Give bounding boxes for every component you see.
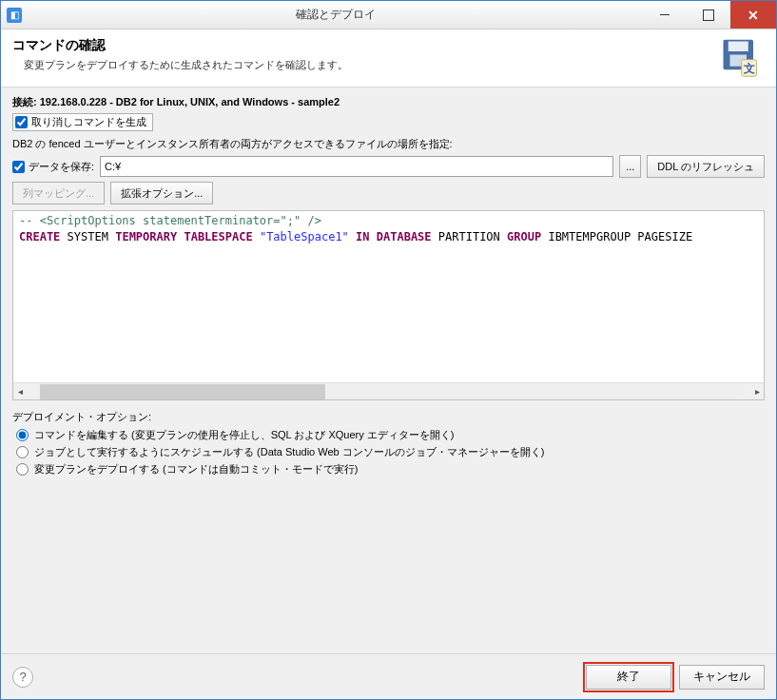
connection-value: 192.168.0.228 - DB2 for Linux, UNIX, and…	[40, 96, 340, 107]
kw-create: CREATE	[19, 230, 60, 243]
svg-rect-1	[728, 42, 748, 52]
save-data-label: データを保存:	[29, 160, 94, 174]
radio-schedule-input[interactable]	[16, 446, 29, 458]
scroll-track[interactable]	[40, 384, 737, 399]
kw-group: GROUP	[507, 230, 541, 243]
close-button[interactable]	[730, 1, 776, 29]
window-title: 確認とデプロイ	[28, 7, 643, 23]
radio-schedule-job[interactable]: ジョブとして実行するようにスケジュールする (Data Studio Web コ…	[16, 445, 765, 459]
scroll-thumb[interactable]	[40, 384, 325, 399]
save-data-input[interactable]	[12, 161, 25, 173]
scroll-right-icon[interactable]: ▸	[750, 384, 764, 399]
wizard-header: コマンドの確認 変更プランをデプロイするために生成されたコマンドを確認します。 …	[1, 29, 776, 87]
kw-temp-tablespace: TEMPORARY TABLESPACE	[115, 230, 253, 243]
connection-label: 接続: 192.168.0.228 - DB2 for Linux, UNIX,…	[12, 95, 765, 109]
code-comment: -- <ScriptOptions statementTerminator=";…	[19, 214, 321, 227]
tablespace-name: "TableSpace1"	[260, 230, 349, 243]
path-input[interactable]	[100, 156, 613, 177]
page-title: コマンドの確認	[12, 37, 719, 54]
undo-generate-label: 取り消しコマンドを生成	[31, 115, 146, 129]
horizontal-scrollbar[interactable]: ◂ ▸	[13, 382, 764, 399]
deployment-options-title: デプロイメント・オプション:	[12, 410, 765, 424]
deployment-options: デプロイメント・オプション: コマンドを編集する (変更プランの使用を停止し、S…	[12, 410, 765, 479]
kw-rest: IBMTEMPGROUP PAGESIZE	[548, 230, 692, 243]
ddl-refresh-button[interactable]: DDL のリフレッシュ	[647, 155, 765, 178]
sql-preview: -- <ScriptOptions statementTerminator=";…	[12, 210, 765, 400]
radio-deploy-plan[interactable]: 変更プランをデプロイする (コマンドは自動コミット・モードで実行)	[16, 462, 765, 476]
sql-text[interactable]: -- <ScriptOptions statementTerminator=";…	[13, 211, 764, 382]
wizard-footer: ? 終了 キャンセル	[1, 653, 776, 699]
column-mapping-button: 列マッピング...	[12, 182, 105, 204]
radio-deploy-label: 変更プランをデプロイする (コマンドは自動コミット・モードで実行)	[34, 462, 358, 476]
undo-generate-input[interactable]	[15, 116, 28, 128]
help-icon[interactable]: ?	[12, 667, 33, 688]
kw-partition: PARTITION	[438, 230, 500, 243]
maximize-button[interactable]	[687, 1, 730, 29]
radio-deploy-input[interactable]	[16, 463, 29, 476]
radio-edit-input[interactable]	[16, 429, 29, 441]
radio-schedule-label: ジョブとして実行するようにスケジュールする (Data Studio Web コ…	[34, 445, 544, 459]
browse-button[interactable]: ...	[619, 155, 641, 178]
fenced-path-label: DB2 の fenced ユーザーとインスタンス所有者の両方がアクセスできるファ…	[12, 137, 765, 151]
finish-button[interactable]: 終了	[586, 665, 671, 690]
scroll-left-icon[interactable]: ◂	[13, 384, 27, 399]
kw-system: SYSTEM	[68, 230, 108, 243]
app-icon: ◧	[7, 8, 22, 23]
radio-edit-commands[interactable]: コマンドを編集する (変更プランの使用を停止し、SQL および XQuery エ…	[16, 428, 765, 442]
svg-text:文: 文	[743, 62, 755, 75]
connection-prefix: 接続:	[12, 96, 40, 107]
titlebar: ◧ 確認とデプロイ	[1, 1, 776, 29]
save-deploy-icon: 文	[719, 37, 761, 79]
extended-options-button[interactable]: 拡張オプション...	[110, 182, 213, 204]
page-subtitle: 変更プランをデプロイするために生成されたコマンドを確認します。	[24, 58, 719, 72]
undo-generate-checkbox[interactable]: 取り消しコマンドを生成	[12, 113, 153, 131]
radio-edit-label: コマンドを編集する (変更プランの使用を停止し、SQL および XQuery エ…	[34, 428, 454, 442]
minimize-button[interactable]	[643, 1, 687, 29]
kw-in-database: IN DATABASE	[356, 230, 431, 243]
cancel-button[interactable]: キャンセル	[679, 665, 765, 690]
save-data-checkbox[interactable]: データを保存:	[12, 160, 94, 174]
